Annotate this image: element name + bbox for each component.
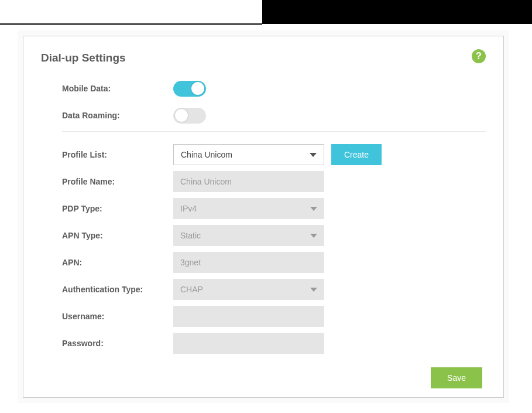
chevron-down-icon bbox=[310, 234, 317, 238]
form-area: Mobile Data: Data Roaming: Profile List:… bbox=[41, 77, 486, 388]
row-profile-name: Profile Name: China Unicom bbox=[62, 170, 486, 193]
apn-field: 3gnet bbox=[173, 252, 324, 273]
crop-topline bbox=[0, 23, 262, 25]
row-apn-type: APN Type: Static bbox=[62, 224, 486, 247]
panel-region: Dial-up Settings ? Mobile Data: Data Roa… bbox=[18, 30, 509, 403]
profile-list-value: China Unicom bbox=[181, 150, 232, 159]
mobile-data-toggle[interactable] bbox=[173, 81, 206, 97]
row-username: Username: bbox=[62, 305, 486, 327]
profile-list-select[interactable]: China Unicom bbox=[173, 144, 324, 165]
mobile-data-label: Mobile Data: bbox=[62, 84, 173, 93]
profile-name-value: China Unicom bbox=[180, 177, 232, 186]
toggle-knob bbox=[191, 82, 204, 95]
pdp-type-label: PDP Type: bbox=[62, 204, 173, 213]
row-pdp-type: PDP Type: IPv4 bbox=[62, 197, 486, 220]
data-roaming-toggle[interactable] bbox=[173, 108, 206, 124]
profile-name-label: Profile Name: bbox=[62, 177, 173, 186]
divider bbox=[62, 131, 486, 132]
password-label: Password: bbox=[62, 339, 173, 348]
row-data-roaming: Data Roaming: bbox=[62, 104, 486, 127]
save-button[interactable]: Save bbox=[431, 367, 482, 388]
chevron-down-icon bbox=[310, 153, 317, 157]
chevron-down-icon bbox=[310, 288, 317, 292]
pdp-type-value: IPv4 bbox=[180, 204, 197, 213]
apn-value: 3gnet bbox=[180, 258, 201, 267]
apn-type-value: Static bbox=[180, 231, 201, 240]
apn-label: APN: bbox=[62, 258, 173, 267]
username-label: Username: bbox=[62, 312, 173, 321]
row-profile-list: Profile List: China Unicom Create bbox=[62, 144, 486, 166]
auth-type-value: CHAP bbox=[180, 285, 203, 294]
row-password: Password: bbox=[62, 332, 486, 354]
chevron-down-icon bbox=[310, 207, 317, 211]
crop-blackbar bbox=[262, 0, 532, 24]
pdp-type-select: IPv4 bbox=[173, 198, 324, 219]
auth-type-label: Authentication Type: bbox=[62, 285, 173, 294]
create-button[interactable]: Create bbox=[331, 144, 382, 165]
settings-panel: Dial-up Settings ? Mobile Data: Data Roa… bbox=[23, 36, 504, 398]
page-title: Dial-up Settings bbox=[41, 52, 486, 64]
apn-type-label: APN Type: bbox=[62, 231, 173, 240]
row-apn: APN: 3gnet bbox=[62, 251, 486, 274]
help-icon[interactable]: ? bbox=[472, 49, 486, 63]
apn-type-select: Static bbox=[173, 225, 324, 246]
row-mobile-data: Mobile Data: bbox=[62, 77, 486, 100]
password-field bbox=[173, 333, 324, 354]
toggle-knob bbox=[175, 109, 188, 122]
data-roaming-label: Data Roaming: bbox=[62, 111, 173, 120]
footer: Save bbox=[62, 367, 486, 388]
username-field bbox=[173, 306, 324, 327]
auth-type-select: CHAP bbox=[173, 279, 324, 300]
profile-list-label: Profile List: bbox=[62, 150, 173, 159]
row-auth-type: Authentication Type: CHAP bbox=[62, 278, 486, 301]
profile-name-field: China Unicom bbox=[173, 171, 324, 192]
